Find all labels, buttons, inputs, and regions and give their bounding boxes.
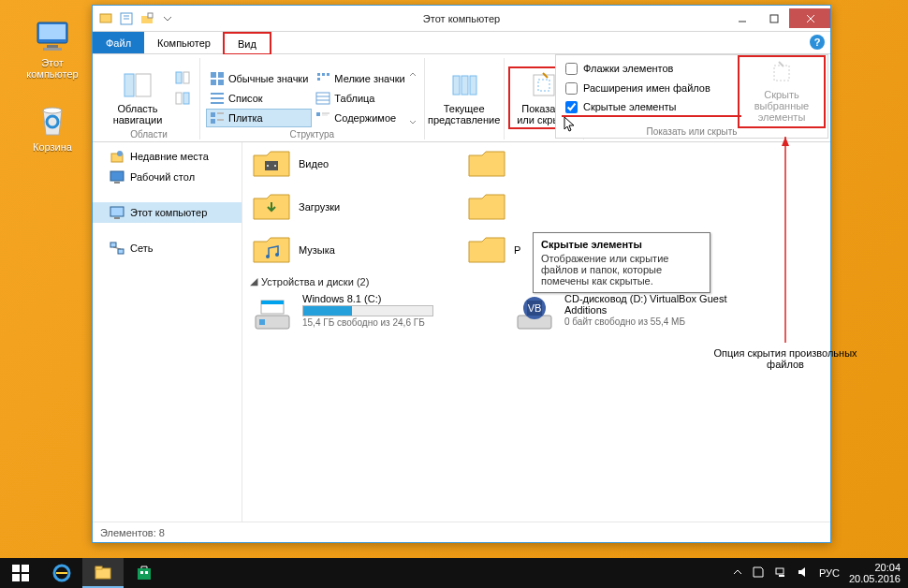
partial-folder[interactable]: Р [465,232,521,268]
preview-pane-button[interactable] [171,68,194,87]
titlebar[interactable]: Этот компьютер [93,6,830,32]
svg-rect-77 [22,574,29,581]
checkbox-item-flags[interactable]: Флажки элементов [562,59,741,78]
drive-usage-bar [302,305,433,316]
svg-text:VB: VB [528,302,542,314]
volume-tray-icon[interactable] [797,566,810,581]
language-indicator[interactable]: РУС [819,567,840,579]
svg-rect-44 [461,76,468,95]
start-button[interactable] [0,558,41,588]
drive-label: Windows 8.1 (C:) [302,293,433,304]
taskbar-clock[interactable]: 20:04 20.05.2016 [849,562,901,584]
svg-rect-25 [218,80,224,85]
chevron-down-icon: ◢ [250,275,257,287]
svg-rect-53 [110,171,124,181]
ribbon-tabs: Файл Компьютер Вид ? [93,32,830,54]
layout-list[interactable]: Список [206,89,312,108]
layout-regular-icons[interactable]: Обычные значки [206,69,312,88]
desktop-icon-this-pc[interactable]: Этот компьютер [19,17,86,80]
taskbar-store[interactable] [124,558,165,588]
group-label-panes: Области [104,127,194,140]
svg-rect-58 [118,249,124,254]
folder-icon [467,191,506,223]
svg-point-63 [266,255,270,258]
svg-rect-30 [217,112,224,114]
hide-selected-button[interactable]: Скрыть выбранныеэлементы [741,59,822,125]
folder-downloads[interactable]: Загрузки [250,189,437,225]
checkbox-file-extensions[interactable]: Расширения имен файлов [562,79,741,97]
svg-point-62 [274,165,276,167]
taskbar-explorer[interactable] [82,558,124,588]
svg-point-61 [267,165,269,167]
folder-icon [252,191,291,223]
action-center-icon[interactable] [752,566,765,581]
svg-rect-17 [136,74,151,96]
system-menu-icon[interactable] [96,9,115,28]
nav-recent-places[interactable]: Недавние места [93,146,242,167]
nav-desktop[interactable]: Рабочий стол [93,167,242,187]
help-icon[interactable]: ? [810,35,825,50]
svg-rect-37 [316,93,330,104]
layout-content[interactable]: Содержимое [312,109,408,127]
details-pane-button[interactable] [171,89,194,108]
qat-properties-icon[interactable] [117,9,136,28]
layout-tiles[interactable]: Плитка [206,109,312,127]
folder-music[interactable]: Музыка [250,232,437,268]
drive-d[interactable]: VB CD-дисковод (D:) VirtualBox Guest Add… [512,291,746,336]
nav-network[interactable]: Сеть [93,238,242,258]
system-tray[interactable]: РУС 20:04 20.05.2016 [725,558,908,588]
svg-rect-82 [140,571,143,574]
svg-rect-32 [217,119,224,121]
qat-new-folder-icon[interactable] [138,9,156,28]
tab-computer[interactable]: Компьютер [144,32,224,53]
folder-icon [252,148,291,180]
tab-file[interactable]: Файл [93,32,144,53]
svg-rect-56 [114,217,120,219]
qat-dropdown-icon[interactable] [158,9,177,28]
checkbox-hidden-items[interactable]: Скрытые элементы [562,98,741,117]
layout-table[interactable]: Таблица [312,89,408,108]
close-button[interactable] [789,8,830,28]
svg-point-64 [275,253,279,257]
svg-rect-84 [776,568,784,574]
hide-selected-icon [768,59,796,87]
taskbar-ie[interactable] [41,558,82,588]
preview-pane-icon [175,70,190,85]
svg-point-4 [43,108,62,113]
status-bar: Элементов: 8 [93,522,830,542]
svg-rect-22 [211,72,216,78]
content-pane[interactable]: Видео Загрузки Музыка Р ◢Устройства и ди… [242,142,830,522]
columns-icon [449,70,479,100]
svg-rect-31 [211,119,215,124]
current-view-button[interactable]: Текущее представление [431,68,498,127]
partial-folder[interactable] [465,189,521,225]
taskbar[interactable]: РУС 20:04 20.05.2016 [0,558,908,588]
status-count: Элементов: 8 [100,527,165,538]
maximize-button[interactable] [757,8,789,28]
svg-rect-35 [327,73,330,76]
minimize-button[interactable] [725,8,757,28]
navigation-pane-button[interactable]: Область навигации [104,68,171,127]
svg-rect-85 [779,575,784,577]
layout-small-icons[interactable]: Мелкие значки [312,69,408,88]
nav-pane[interactable]: Недавние места Рабочий стол Этот компьют… [93,142,242,522]
svg-rect-24 [211,80,216,85]
nav-this-pc[interactable]: Этот компьютер [93,202,242,223]
network-tray-icon[interactable] [774,566,787,581]
tab-view[interactable]: Вид [224,33,271,54]
tray-arrow-icon[interactable] [733,567,742,579]
drive-c[interactable]: Windows 8.1 (C:) 15,4 ГБ свободно из 24,… [250,291,484,336]
folder-icon [467,234,506,266]
desktop-icon-recycle-bin[interactable]: Корзина [19,101,86,153]
svg-rect-23 [218,72,224,78]
svg-rect-19 [183,72,189,83]
svg-rect-29 [211,112,215,117]
partial-folder[interactable] [465,146,521,182]
group-label-showhide: Показать или скрыть [562,125,822,137]
svg-rect-75 [22,565,29,572]
svg-rect-74 [12,565,20,572]
drive-label: CD-дисковод (D:) VirtualBox Guest Additi… [564,293,744,316]
recent-icon [110,149,124,164]
folder-video[interactable]: Видео [250,146,437,182]
cursor-pointer-icon [564,116,577,133]
